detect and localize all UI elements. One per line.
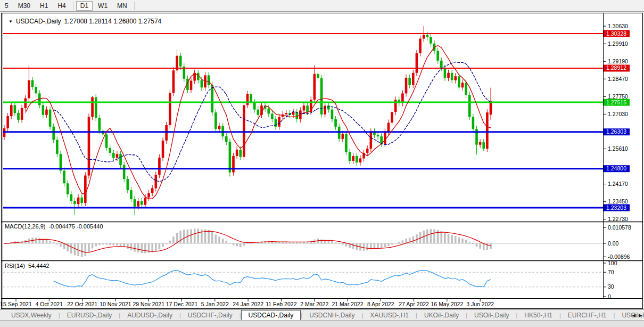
svg-text:1.30328: 1.30328 (606, 30, 626, 37)
svg-text:10 Nov 2021: 10 Nov 2021 (100, 301, 131, 307)
svg-text:24 Jan 2022: 24 Jan 2022 (233, 301, 263, 307)
svg-text:1.29190: 1.29190 (608, 58, 628, 64)
svg-text:70: 70 (608, 269, 614, 275)
date-axis: 15 Sep 20214 Oct 202122 Oct 202110 Nov 2… (0, 299, 494, 308)
svg-text:5 Jan 2022: 5 Jan 2022 (201, 301, 229, 307)
svg-text:1.24800: 1.24800 (606, 165, 626, 171)
svg-text:21 Mar 2022: 21 Mar 2022 (332, 301, 364, 307)
svg-text:1.28912: 1.28912 (606, 64, 626, 71)
svg-text:-0.00896: -0.00896 (608, 254, 630, 260)
macd-values: -0.004475 -0.005440 (48, 223, 103, 230)
svg-text:1.27030: 1.27030 (608, 111, 628, 117)
macd-indicator-label: MACD(12,26,9) -0.004475 -0.005440 (5, 223, 103, 230)
svg-text:1.26303: 1.26303 (606, 128, 626, 135)
svg-text:30: 30 (608, 283, 614, 290)
svg-text:15 Sep 2021: 15 Sep 2021 (0, 301, 32, 307)
svg-text:1.30630: 1.30630 (608, 23, 628, 29)
svg-text:1.23203: 1.23203 (606, 205, 626, 211)
chart-symbol-title: USDCAD-,Daily (16, 18, 61, 25)
svg-text:1.28470: 1.28470 (608, 76, 628, 82)
rsi-panel-layer (3, 270, 603, 287)
trading-terminal: { "toolbar": { "timeframes": ["5", "M30"… (0, 0, 644, 327)
svg-text:1.29910: 1.29910 (608, 40, 628, 47)
svg-text:100: 100 (608, 260, 617, 266)
svg-text:8 Apr 2022: 8 Apr 2022 (367, 301, 394, 307)
svg-text:1.22730: 1.22730 (608, 216, 628, 222)
svg-text:1.23450: 1.23450 (608, 198, 628, 205)
svg-text:22 Oct 2021: 22 Oct 2021 (67, 301, 97, 307)
svg-text:0.010578: 0.010578 (608, 224, 631, 231)
chart-title-row: ▼ USDCAD-,Daily 1.27008 1.28114 1.26800 … (9, 18, 161, 25)
svg-text:1.25610: 1.25610 (608, 145, 628, 152)
svg-text:0.00: 0.00 (608, 240, 619, 247)
rsi-name: RSI(14) (5, 263, 25, 269)
chart-canvas[interactable]: 1.306301.299101.291901.284701.277501.270… (0, 0, 644, 327)
svg-text:11 Feb 2022: 11 Feb 2022 (266, 301, 296, 307)
svg-text:2 Mar 2022: 2 Mar 2022 (300, 301, 328, 307)
panel-frames (2, 13, 643, 309)
macd-panel-layer (3, 228, 603, 257)
svg-text:3 Jun 2022: 3 Jun 2022 (466, 301, 494, 307)
svg-text:1.24170: 1.24170 (608, 181, 628, 187)
macd-name: MACD(12,26,9) (5, 223, 45, 230)
svg-text:27 Apr 2022: 27 Apr 2022 (399, 301, 429, 307)
svg-text:4 Oct 2021: 4 Oct 2021 (36, 301, 63, 307)
chart-ohlc-values: 1.27008 1.28114 1.26800 1.27574 (64, 18, 162, 25)
svg-text:29 Nov 2021: 29 Nov 2021 (133, 301, 164, 307)
rsi-indicator-label: RSI(14) 54.4442 (5, 263, 49, 269)
symbol-dropdown-icon[interactable]: ▼ (9, 19, 13, 24)
svg-text:16 May 2022: 16 May 2022 (431, 301, 464, 307)
svg-text:17 Dec 2021: 17 Dec 2021 (166, 301, 198, 307)
horizontal-lines-layer (3, 34, 603, 208)
svg-text:0: 0 (608, 293, 611, 300)
rsi-value: 54.4442 (28, 263, 49, 269)
svg-text:1.27515: 1.27515 (606, 99, 626, 105)
